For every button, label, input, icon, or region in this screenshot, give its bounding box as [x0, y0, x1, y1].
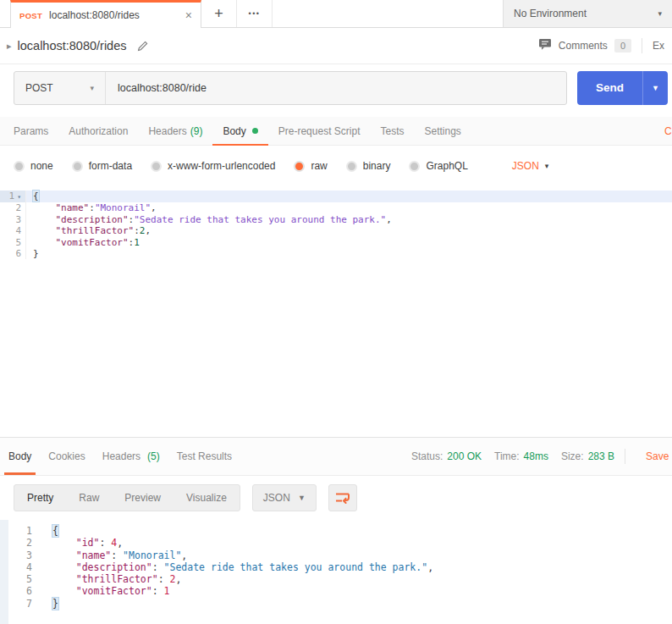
radio-binary[interactable]: binary — [346, 160, 391, 172]
code-text: "description": "Sedate ride that takes y… — [39, 561, 672, 573]
radio-form-data[interactable]: form-data — [72, 160, 132, 172]
size-pair: Size:283 B — [561, 450, 614, 462]
response-body-viewer: 1{2 "id": 4,3 "name": "Monorail",4 "desc… — [0, 520, 672, 624]
code-line: 6 "vomitFactor": 1 — [0, 585, 672, 597]
line-number: 5 — [0, 237, 26, 248]
view-pretty[interactable]: Pretty — [14, 485, 66, 511]
request-tabs: Params Authorization Headers(9) Body Pre… — [0, 117, 672, 146]
radio-icon — [346, 161, 357, 172]
view-preview[interactable]: Preview — [112, 485, 174, 511]
code-line: 3 "name": "Monorail", — [0, 549, 672, 561]
response-view-group: Pretty Raw Preview Visualize — [14, 484, 240, 511]
line-number: 5 — [0, 573, 39, 585]
response-tabs: Body Cookies Headers(5) Test Results Sta… — [0, 438, 672, 476]
tab-options-button[interactable]: ••• — [237, 0, 273, 27]
response-tab-body[interactable]: Body — [0, 438, 40, 475]
send-button[interactable]: Send ▼ — [577, 71, 668, 105]
wrap-lines-icon — [335, 492, 350, 504]
tab-strip-spacer — [0, 0, 10, 27]
tab-strip: POST localhost:8080/rides × + ••• No Env… — [0, 0, 672, 28]
radio-icon — [151, 161, 162, 172]
radio-raw[interactable]: raw — [294, 160, 327, 172]
view-visualize[interactable]: Visualize — [174, 485, 240, 511]
environment-value: No Environment — [514, 8, 587, 19]
code-text: "name": "Monorail", — [39, 549, 672, 561]
new-tab-button[interactable]: + — [201, 0, 237, 27]
line-number: 3 — [0, 549, 39, 561]
response-meta: Status:200 OK Time:48ms Size:283 B Save — [399, 438, 672, 475]
tab-authorization[interactable]: Authorization — [58, 117, 138, 145]
line-number: 2 — [0, 202, 26, 213]
line-number: 4 — [0, 225, 26, 236]
line-number: 1 — [0, 525, 39, 537]
request-body-editor[interactable]: 1▾{2 "name":"Monorail",3 "description":"… — [0, 186, 672, 438]
tab-headers[interactable]: Headers(9) — [138, 117, 212, 145]
code-text: "thrillFactor": 2, — [39, 573, 672, 585]
tab-title: localhost:8080/rides — [49, 9, 179, 21]
code-text: } — [26, 248, 672, 259]
method-select[interactable]: POST ▾ — [14, 72, 106, 104]
response-tab-cookies[interactable]: Cookies — [40, 438, 93, 475]
code-text: "description":"Sedate ride that takes yo… — [26, 214, 672, 225]
send-options-caret[interactable]: ▼ — [642, 71, 668, 105]
body-filled-dot — [252, 128, 258, 134]
code-line: 2 "name":"Monorail", — [0, 202, 672, 213]
radio-none[interactable]: none — [14, 160, 53, 172]
tab-params[interactable]: Params — [3, 117, 58, 145]
line-number: 6 — [0, 248, 26, 259]
code-text: "name":"Monorail", — [26, 202, 672, 213]
tab-body[interactable]: Body — [212, 117, 267, 145]
radio-icon — [409, 161, 420, 172]
code-line: 2 "id": 4, — [0, 537, 672, 549]
code-line: 6} — [0, 248, 672, 259]
caret-right-icon[interactable]: ▸ — [7, 41, 12, 52]
plus-icon: + — [214, 5, 223, 23]
wrap-lines-button[interactable] — [328, 484, 357, 511]
method-value: POST — [25, 82, 53, 94]
radio-icon — [72, 161, 83, 172]
close-icon[interactable]: × — [185, 9, 192, 21]
radio-x-www-form-urlencoded[interactable]: x-www-form-urlencoded — [151, 160, 275, 172]
request-header-actions: Comments 0 Ex — [538, 38, 672, 54]
body-language-select[interactable]: JSON▾ — [512, 160, 549, 172]
save-response-link[interactable]: Save — [646, 450, 672, 462]
ellipsis-icon: ••• — [249, 9, 261, 18]
code-text: "vomitFactor":1 — [26, 237, 672, 248]
divider — [625, 449, 625, 464]
request-name: localhost:8080/rides — [18, 39, 127, 52]
url-bar: POST ▾ Send ▼ — [0, 64, 672, 105]
response-tab-test-results[interactable]: Test Results — [168, 438, 240, 475]
chevron-down-icon: ▼ — [298, 494, 306, 502]
radio-selected-icon — [294, 161, 305, 172]
tab-method-badge: POST — [19, 11, 42, 20]
tab-settings[interactable]: Settings — [415, 117, 471, 145]
response-language-select[interactable]: JSON ▼ — [252, 484, 317, 511]
fold-caret-icon[interactable]: ▾ — [17, 193, 21, 201]
cookies-link[interactable]: C — [664, 117, 672, 145]
comment-icon[interactable] — [538, 38, 552, 54]
view-raw[interactable]: Raw — [66, 485, 112, 511]
tab-tests[interactable]: Tests — [370, 117, 414, 145]
code-line: 3 "description":"Sedate ride that takes … — [0, 214, 672, 225]
status-pair: Status:200 OK — [411, 450, 482, 462]
tab-pre-request-script[interactable]: Pre-request Script — [268, 117, 371, 145]
code-line: 4 "thrillFactor":2, — [0, 225, 672, 236]
url-input[interactable] — [106, 72, 566, 104]
chevron-down-icon: ▾ — [90, 84, 94, 92]
line-number: 1▾ — [0, 191, 26, 202]
line-number: 7 — [0, 598, 39, 610]
code-text: "id": 4, — [39, 537, 672, 549]
request-tab[interactable]: POST localhost:8080/rides × — [10, 0, 201, 28]
line-number: 3 — [0, 214, 26, 225]
environment-selector[interactable]: No Environment ▾ — [503, 0, 672, 27]
examples-link[interactable]: Ex — [653, 40, 672, 52]
response-toolbar: Pretty Raw Preview Visualize JSON ▼ — [0, 476, 672, 520]
response-tab-headers[interactable]: Headers(5) — [94, 438, 168, 475]
headers-count: (9) — [190, 125, 203, 137]
edit-pencil-icon[interactable] — [136, 40, 149, 52]
line-number: 2 — [0, 537, 39, 549]
comments-count-badge: 0 — [614, 39, 631, 52]
line-number: 6 — [0, 585, 39, 597]
radio-graphql[interactable]: GraphQL — [409, 160, 467, 172]
comments-label[interactable]: Comments — [559, 40, 608, 52]
